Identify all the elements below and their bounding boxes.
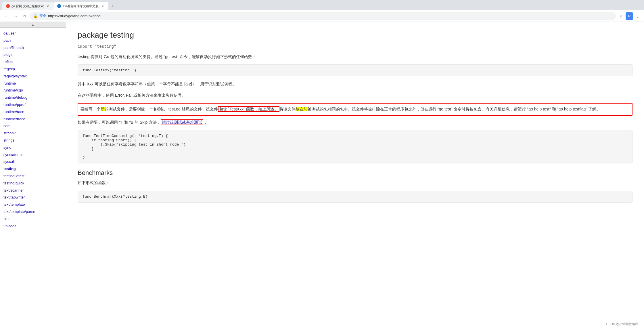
sidebar-item-strings[interactable]: strings: [0, 137, 66, 144]
tab-bar: 🔴 go 官网 文档_百度搜索 ✕ 🔵 Go语言标准库文档中文版 ✕ +: [0, 0, 644, 10]
code-3-text: func BenchmarkXxx(*testing.B): [83, 194, 147, 199]
tab-1[interactable]: 🔴 go 官网 文档_百度搜索 ✕: [2, 2, 53, 10]
benchmarks-title: Benchmarks: [78, 169, 632, 177]
import-statement: import "testing": [78, 44, 632, 49]
sidebar-item-path[interactable]: path: [0, 37, 66, 44]
profile-button[interactable]: P: [626, 12, 633, 20]
toolbar-right: ☆ P ⋮: [617, 12, 642, 20]
sidebar-item-runtime-cgo[interactable]: runtime/cgo: [0, 87, 66, 94]
sidebar-item-plugin[interactable]: plugin: [0, 51, 66, 58]
sidebar-item-runtime[interactable]: runtime: [0, 80, 66, 87]
package-name: testing: [110, 30, 134, 39]
description-1: testing 提供对 Go 包的自动化测试的支持。通过 `go test` 命…: [78, 54, 632, 60]
sidebar-item-path-filepath[interactable]: path/filepath: [0, 44, 66, 51]
highlighted-description-box: 要编写一个新的测试套件，需要创建一个名称以 _test.go 结尾的文件，该文件…: [78, 103, 632, 116]
description-4-link[interactable]: 跳过该测试或基准测试: [161, 119, 203, 125]
address-bar: ← → ↻ 🔒 安全 https://studygolang.com/pkgdo…: [0, 10, 644, 22]
code-2-line-5: ...: [83, 151, 628, 155]
sidebar-item-sync[interactable]: sync: [0, 144, 66, 151]
sidebar-item-testing-quick[interactable]: testing/quick: [0, 180, 66, 187]
new-tab-button[interactable]: +: [108, 2, 117, 10]
code-block-1: func TestXxx(*testing.T): [78, 64, 632, 76]
sidebar-item-text-scanner[interactable]: text/scanner: [0, 187, 66, 194]
tab-2-favicon: 🔵: [57, 4, 61, 8]
tab-2-close[interactable]: ✕: [100, 4, 105, 8]
code-1-text: func TestXxx(*testing.T): [83, 68, 136, 72]
menu-button[interactable]: ⋮: [634, 12, 642, 20]
code-2-line-4: }: [83, 147, 628, 151]
sidebar-item-regexp-syntax[interactable]: regexp/syntax: [0, 73, 66, 80]
sidebar-item-runtime-trace[interactable]: runtime/trace: [0, 116, 66, 123]
watermark: CSDN @小蛐蛐教编程: [606, 322, 638, 326]
sidebar-item-runtime-debug[interactable]: runtime/debug: [0, 94, 66, 101]
address-text: https://studygolang.com/pkgdoc: [48, 14, 612, 18]
code-block-2: func TestTimeConsuming(t *testing.T) { i…: [78, 130, 632, 163]
code-2-line-3: t.Skip("skipping test in short mode."): [83, 142, 628, 147]
sidebar-item-text-template[interactable]: text/template: [0, 201, 66, 208]
sidebar-item-runtime-race[interactable]: runtime/race: [0, 108, 66, 116]
sidebar-item-runtime-pprof[interactable]: runtime/pprof: [0, 101, 66, 108]
sidebar-item-text-template-parse[interactable]: text/template/parse: [0, 208, 66, 215]
tab-1-close[interactable]: ✕: [45, 4, 50, 8]
highlight-new: 新: [101, 107, 105, 111]
description-2: 其中 Xxx 可以是任何字母数字字符串（但第一个字母不能是 [a-z]），用于识…: [78, 81, 632, 87]
sidebar-item-regexp[interactable]: regexp: [0, 66, 66, 73]
tab-1-title: go 官网 文档_百度搜索: [12, 4, 44, 8]
sidebar-item-strconv[interactable]: strconv: [0, 130, 66, 137]
back-button[interactable]: ←: [2, 12, 10, 20]
sidebar: os/user path path/filepath plugin reflec…: [0, 28, 66, 232]
description-4: 如果有需要，可以调用 *T 和 *B 的 Skip 方法，跳过该测试或基准测试：: [78, 119, 632, 125]
sidebar-scroll-up[interactable]: ▲: [0, 22, 66, 28]
description-3: 在这些函数中，使用 Error, Fail 或相关方法来发出失败信号。: [78, 92, 632, 98]
browser-chrome: 🔴 go 官网 文档_百度搜索 ✕ 🔵 Go语言标准库文档中文版 ✕ + ← →…: [0, 0, 644, 22]
tab-2-title: Go语言标准库文档中文版: [63, 4, 99, 8]
code-block-3: func BenchmarkXxx(*testing.B): [78, 191, 632, 203]
tab-1-favicon: 🔴: [6, 4, 10, 8]
refresh-button[interactable]: ↻: [21, 12, 29, 20]
sidebar-item-testing-iotest[interactable]: testing/iotest: [0, 173, 66, 180]
sidebar-item-syscall[interactable]: syscall: [0, 158, 66, 165]
code-2-line-6: }: [83, 155, 628, 160]
sidebar-item-text-tabwriter[interactable]: text/tabwriter: [0, 194, 66, 201]
package-prefix: package: [78, 30, 110, 39]
address-input-wrap[interactable]: 🔒 安全 https://studygolang.com/pkgdoc: [30, 12, 616, 20]
page-title: package testing: [78, 30, 632, 40]
description-4-pre: 如果有需要，可以调用 *T 和 *B 的 Skip 方法，: [78, 120, 161, 125]
security-label: 安全: [39, 14, 46, 18]
bookmark-button[interactable]: ☆: [617, 12, 625, 20]
code-2-line-1: func TestTimeConsuming(t *testing.T) {: [83, 134, 628, 138]
forward-button[interactable]: →: [12, 12, 20, 20]
benchmarks-desc: 如下形式的函数：: [78, 180, 632, 186]
content-area: package testing import "testing" testing…: [66, 22, 644, 332]
sidebar-item-testing[interactable]: testing: [0, 165, 66, 173]
highlight-contains: 包含 `TestXxx` 函数，如上所述。: [218, 106, 279, 112]
description-4-post: ：: [203, 120, 207, 125]
highlight-place: 放在与: [296, 107, 308, 111]
sidebar-item-time[interactable]: time: [0, 215, 66, 223]
sidebar-item-sort[interactable]: sort: [0, 123, 66, 130]
sidebar-item-sync-atomic[interactable]: sync/atomic: [0, 151, 66, 159]
sidebar-item-reflect[interactable]: reflect: [0, 58, 66, 66]
tab-2[interactable]: 🔵 Go语言标准库文档中文版 ✕: [53, 2, 108, 10]
sidebar-item-os-user[interactable]: os/user: [0, 30, 66, 37]
lock-icon: 🔒: [33, 14, 38, 18]
highlighted-text: 要编写一个新的测试套件，需要创建一个名称以 _test.go 结尾的文件，该文件…: [80, 106, 600, 112]
code-2-line-2: if testing.Short() {: [83, 138, 628, 142]
sidebar-item-unicode[interactable]: unicode: [0, 223, 66, 230]
main-area: ▲ os/user path path/filepath plugin refl…: [0, 22, 644, 332]
